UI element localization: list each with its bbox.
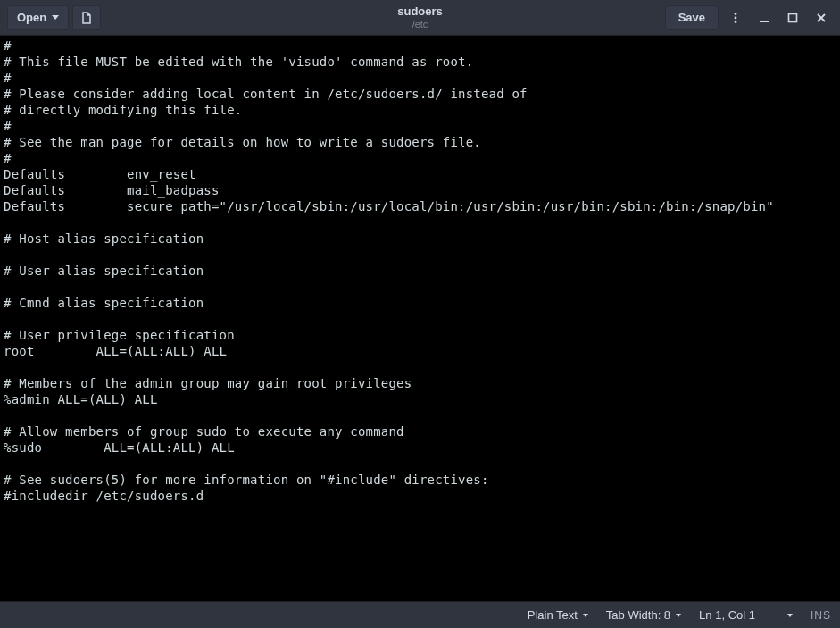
close-icon [816,13,827,23]
minimize-button[interactable] [753,6,776,29]
new-document-icon [79,11,94,25]
editor-area[interactable]: # # This file MUST be edited with the 'v… [0,36,840,601]
svg-rect-3 [760,21,769,22]
cursor-position-label: Ln 1, Col 1 [699,608,755,622]
tab-width-selector[interactable]: Tab Width: 8 [606,608,681,622]
title-directory: /etc [397,19,443,29]
hamburger-menu-button[interactable] [724,6,747,29]
maximize-icon [787,13,798,23]
close-button[interactable] [810,6,833,29]
insert-mode-indicator[interactable]: INS [811,609,831,622]
titlebar: Open sudoers /etc Save [0,0,840,36]
svg-rect-4 [789,13,797,21]
new-document-button[interactable] [72,5,101,30]
save-button[interactable]: Save [665,5,719,30]
kebab-menu-icon [729,12,742,24]
save-button-label: Save [678,11,705,24]
syntax-label: Plain Text [528,608,578,622]
maximize-button[interactable] [781,6,804,29]
chevron-down-icon [676,614,681,617]
title-block: sudoers /etc [397,5,443,29]
chevron-down-icon [583,614,588,617]
statusbar: Plain Text Tab Width: 8 Ln 1, Col 1 INS [0,601,840,628]
tab-width-label: Tab Width: 8 [606,608,670,622]
svg-point-1 [735,16,737,19]
svg-point-0 [735,13,737,15]
minimize-icon [759,13,769,23]
open-button[interactable]: Open [7,5,69,30]
svg-point-2 [735,21,737,23]
chevron-down-icon [787,614,793,617]
chevron-down-icon [52,15,59,20]
title-filename: sudoers [397,5,443,18]
cursor-position-selector[interactable]: Ln 1, Col 1 [699,608,793,622]
open-button-label: Open [17,11,46,24]
editor-content: # # This file MUST be edited with the 'v… [4,38,774,503]
syntax-selector[interactable]: Plain Text [528,608,588,622]
